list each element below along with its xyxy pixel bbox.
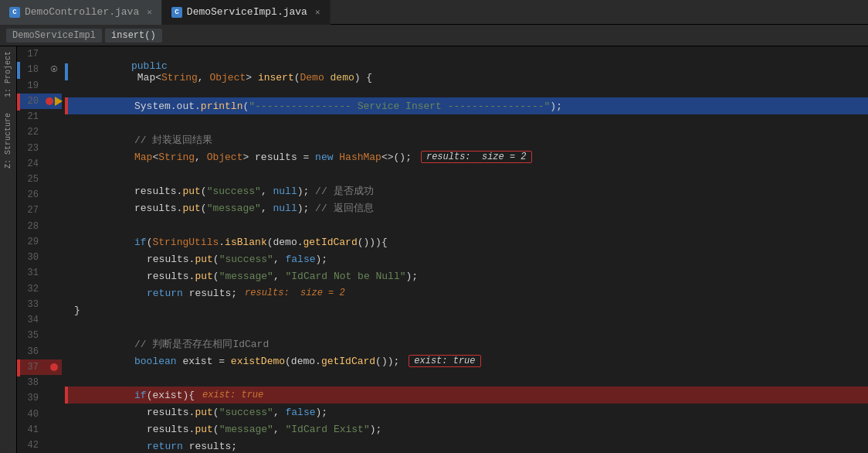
line-num-26: 26 [17, 189, 45, 200]
gutter-row-22: 22 [17, 124, 62, 140]
gutter-row-37: 37 [17, 359, 62, 375]
gutter-icon-18: ⦿ [45, 65, 63, 74]
debug-box-exist: exist: true [409, 355, 480, 367]
line-num-23: 23 [17, 143, 45, 154]
line-num-22: 22 [17, 127, 45, 138]
line-num-20: 20 [17, 96, 45, 107]
tab-label-service: DemoServiceImpl.java [187, 6, 307, 18]
gutter-row-41: 41 [17, 422, 62, 438]
breadcrumb-class[interactable]: DemoServiceImpl [6, 29, 102, 43]
code-area[interactable]: public Map<String, Object> insert(Demo d… [62, 46, 868, 453]
debug-box-results: results: size = 2 [421, 151, 532, 163]
tab-close-controller[interactable]: ✕ [147, 7, 152, 17]
code-line-35: boolean exist = existDemo(demo.getIdCard… [65, 353, 868, 370]
gutter-row-36: 36 [17, 343, 62, 359]
gutter-row-17: 17 [17, 46, 62, 62]
line-num-37: 37 [17, 362, 45, 373]
gutter-row-30: 30 [17, 250, 62, 265]
gutter-row-27: 27 [17, 203, 62, 218]
line-num-29: 29 [17, 237, 45, 247]
breadcrumb-bar: DemoServiceImpl insert() [0, 25, 868, 46]
tab-label-controller: DemoController.java [25, 6, 139, 18]
gutter-row-32: 32 [17, 281, 62, 297]
gutter: 17 18 ⦿ 19 20 [17, 46, 62, 453]
editor-body: 1: Project Z: Structure 17 18 ⦿ 19 [0, 46, 868, 453]
debug-inline-results: results: size = 2 [245, 288, 345, 298]
sidebar-label-structure[interactable]: Z: Structure [4, 108, 12, 173]
line-num-30: 30 [17, 252, 45, 263]
code-line-18: public Map<String, Object> insert(Demo d… [65, 63, 868, 80]
line-num-17: 17 [17, 49, 45, 60]
gutter-row-35: 35 [17, 328, 62, 343]
gutter-row-23: 23 [17, 140, 62, 155]
gutter-row-34: 34 [17, 312, 62, 328]
tab-icon-service: C [171, 7, 182, 18]
line-num-39: 39 [17, 393, 45, 404]
gutter-row-40: 40 [17, 406, 62, 421]
line-num-25: 25 [17, 174, 45, 185]
gutter-row-39: 39 [17, 390, 62, 406]
gutter-row-26: 26 [17, 187, 62, 203]
gutter-row-19: 19 [17, 77, 62, 93]
line-num-31: 31 [17, 267, 45, 278]
code-line-32: } [65, 301, 868, 318]
line-num-24: 24 [17, 158, 45, 169]
line-num-38: 38 [17, 377, 45, 388]
gutter-icon-20 [45, 97, 63, 106]
line-num-42: 42 [17, 440, 45, 451]
tab-controller[interactable]: C DemoController.java ✕ [0, 0, 162, 25]
line-num-27: 27 [17, 205, 45, 216]
breadcrumb-method[interactable]: insert() [105, 29, 162, 43]
tab-close-service[interactable]: ✕ [315, 7, 320, 17]
gutter-row-24: 24 [17, 156, 62, 172]
code-line-40: return results; [65, 438, 868, 453]
gutter-row-38: 38 [17, 375, 62, 390]
gutter-row-18: 18 ⦿ [17, 62, 62, 77]
line-num-41: 41 [17, 424, 45, 435]
gutter-row-25: 25 [17, 172, 62, 187]
line-num-33: 33 [17, 299, 45, 310]
code-line-20: System.out.println("---------------- Ser… [65, 97, 868, 114]
gutter-row-29: 29 [17, 234, 62, 250]
code-line-26: results.put("message", null); // 返回信息 [65, 199, 868, 216]
code-line-23: Map<String, Object> results = new HashMa… [65, 148, 868, 165]
line-num-28: 28 [17, 221, 45, 232]
line-num-36: 36 [17, 346, 45, 357]
line-num-18: 18 [17, 64, 45, 75]
gutter-row-21: 21 [17, 109, 62, 124]
left-sidebar: 1: Project Z: Structure [0, 46, 17, 453]
tab-bar: C DemoController.java ✕ C DemoServiceImp… [0, 0, 868, 25]
line-num-34: 34 [17, 315, 45, 325]
tab-service[interactable]: C DemoServiceImpl.java ✕ [162, 0, 331, 25]
line-num-35: 35 [17, 330, 45, 341]
gutter-row-42: 42 [17, 438, 62, 453]
line-num-21: 21 [17, 111, 45, 122]
code-line-31: return results; results: size = 2 [65, 284, 868, 301]
tab-icon-controller: C [9, 7, 20, 18]
gutter-icon-37 [45, 363, 63, 371]
gutter-row-28: 28 [17, 219, 62, 234]
line-num-32: 32 [17, 284, 45, 295]
gutter-row-33: 33 [17, 297, 62, 312]
line-num-40: 40 [17, 409, 45, 420]
gutter-row-31: 31 [17, 265, 62, 281]
line-num-19: 19 [17, 80, 45, 91]
sidebar-label-project[interactable]: 1: Project [4, 46, 12, 102]
editor-window: C DemoController.java ✕ C DemoServiceImp… [0, 0, 868, 453]
gutter-row-20: 20 [17, 94, 62, 109]
